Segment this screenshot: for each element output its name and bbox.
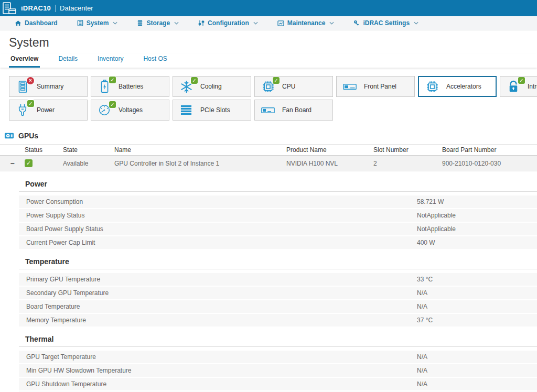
card-cpu[interactable]: CPU [254, 76, 333, 97]
accelerator-chip-icon [425, 80, 439, 93]
detail-value: N/A [417, 351, 537, 363]
battery-icon [97, 80, 112, 93]
main-nav: Dashboard System Storage Configuration M… [0, 16, 537, 30]
detail-value: 58.721 W [417, 195, 537, 208]
snowflake-icon [179, 80, 194, 93]
status-badge [109, 77, 116, 83]
license-edition: Datacenter [60, 4, 93, 12]
gpu-board-part-number: 900-21010-0120-030 [442, 160, 537, 167]
card-voltages[interactable]: Voltages [91, 100, 169, 121]
status-badge [27, 100, 34, 107]
key-icon [353, 20, 360, 26]
detail-label: GPU Shutdown Temperature [26, 378, 417, 390]
card-summary[interactable]: Summary [9, 76, 88, 97]
lock-icon [506, 80, 521, 93]
status-badge [518, 77, 525, 84]
gpus-section-title: GPUs [18, 132, 38, 140]
summary-icon [15, 80, 30, 93]
gpus-table: Status State Name Product Name Slot Numb… [0, 144, 537, 171]
detail-label: Primary GPU Temperature [26, 273, 417, 286]
section-title: Power [19, 180, 537, 192]
home-icon [15, 20, 22, 26]
configuration-icon [198, 20, 205, 26]
detail-value: N/A [417, 378, 537, 390]
detail-label: Secondary GPU Temperature [26, 287, 417, 299]
gpus-table-header: Status State Name Product Name Slot Numb… [0, 144, 537, 156]
status-badge [109, 101, 116, 108]
detail-label: Current Power Cap Limit [26, 236, 417, 249]
plug-icon [15, 103, 30, 117]
card-accelerators[interactable]: Accelerators [418, 76, 497, 97]
detail-row: Min GPU HW Slowdown Temperature N/A [19, 364, 537, 377]
brand-divider [55, 5, 56, 12]
cpu-icon [261, 80, 275, 93]
gpu-product-name: NVIDIA H100 NVL [286, 160, 373, 167]
card-intrusion[interactable]: Intrusion [500, 76, 537, 97]
gauge-icon [97, 104, 112, 116]
tab-inventory[interactable]: Inventory [96, 54, 125, 68]
tab-overview[interactable]: Overview [9, 54, 40, 68]
card-fan-board[interactable]: Fan Board [254, 100, 333, 121]
status-badge [191, 77, 198, 84]
pcie-slots-icon [179, 105, 194, 116]
maintenance-icon [277, 20, 284, 26]
nav-system[interactable]: System [77, 19, 118, 27]
tab-host-os[interactable]: Host OS [142, 54, 168, 68]
detail-row: GPU Target Temperature N/A [19, 351, 537, 363]
category-cards: Summary Batteries Cooling CPU [0, 76, 537, 123]
chevron-down-icon [329, 21, 334, 25]
detail-row: GPU Shutdown Temperature N/A [19, 378, 537, 390]
section-title: Temperature [19, 257, 537, 269]
detail-label: Board Temperature [26, 300, 417, 313]
col-name: Name [114, 146, 286, 154]
nav-storage[interactable]: Storage [137, 19, 179, 27]
detail-row: Power Supply Status NotApplicable [19, 209, 537, 222]
col-board-part-number: Board Part Number [442, 146, 537, 154]
gpu-row: − ✓ Available GPU Controller in Slot 2 o… [0, 156, 537, 171]
detail-row: Primary GPU Temperature 33 °C [19, 273, 537, 286]
title-bar: iDRAC10 Datacenter [0, 0, 537, 16]
gpu-state: Available [63, 160, 114, 167]
col-status: Status [25, 146, 63, 154]
system-tabs: Overview Details Inventory Host OS [0, 54, 537, 68]
thermal-section: Thermal GPU Target Temperature N/A Min G… [19, 335, 537, 392]
collapse-row-icon[interactable]: − [0, 159, 25, 168]
detail-value: NotApplicable [417, 223, 537, 235]
detail-value: NotApplicable [417, 209, 537, 222]
nav-dashboard[interactable]: Dashboard [15, 19, 58, 27]
detail-label: Power Supply Status [26, 209, 417, 222]
idrac-logo-icon [3, 2, 17, 15]
nav-configuration[interactable]: Configuration [198, 19, 258, 27]
detail-row: Board Power Supply Status NotApplicable [19, 223, 537, 235]
section-title: Thermal [19, 335, 537, 347]
status-ok-icon: ✓ [25, 159, 33, 167]
card-batteries[interactable]: Batteries [91, 76, 169, 97]
col-slot-number: Slot Number [373, 146, 442, 154]
status-badge [273, 77, 280, 84]
detail-value: 33 °C [417, 273, 537, 286]
storage-icon [137, 20, 143, 26]
tab-details[interactable]: Details [57, 54, 79, 68]
col-product-name: Product Name [286, 146, 373, 154]
card-power[interactable]: Power [9, 100, 88, 121]
page-title: System [9, 36, 537, 50]
detail-row: Current Power Cap Limit 400 W [19, 236, 537, 249]
chevron-down-icon [253, 21, 258, 25]
detail-label: Power Consumption [26, 195, 417, 208]
chevron-down-icon [113, 21, 117, 25]
detail-label: Memory Temperature [26, 314, 417, 326]
card-pcie-slots[interactable]: PCIe Slots [173, 100, 251, 121]
detail-value: 400 W [417, 236, 537, 249]
col-state: State [63, 146, 114, 154]
detail-label: GPU Target Temperature [26, 351, 417, 363]
gpu-name: GPU Controller in Slot 2 of Instance 1 [114, 160, 286, 167]
gpu-slot-number: 2 [373, 160, 442, 167]
nav-maintenance[interactable]: Maintenance [277, 19, 335, 27]
nav-idrac-settings[interactable]: iDRAC Settings [353, 19, 418, 27]
card-cooling[interactable]: Cooling [173, 76, 251, 97]
gpus-section-header: GPUs [4, 132, 537, 140]
card-front-panel[interactable]: Front Panel [336, 76, 415, 97]
gpu-details: Power Power Consumption 58.721 W Power S… [19, 180, 537, 392]
fan-board-icon [261, 107, 275, 114]
front-panel-icon [342, 83, 357, 90]
